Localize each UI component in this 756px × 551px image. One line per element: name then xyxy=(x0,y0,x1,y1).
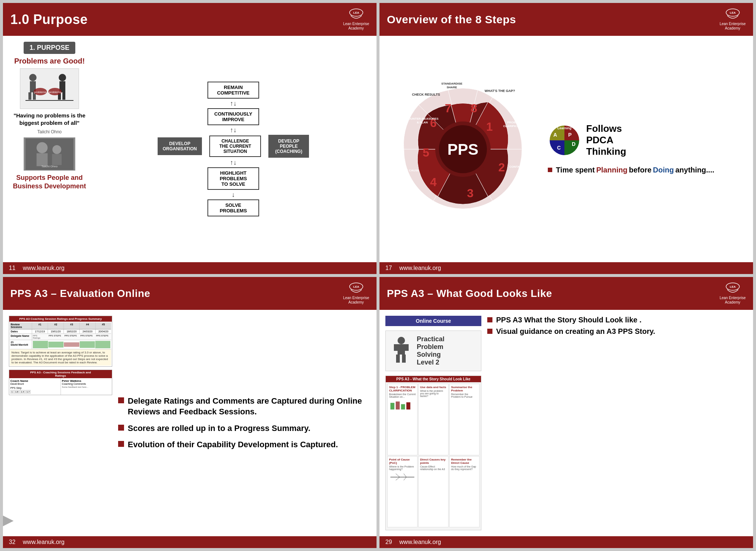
a3-cell-4: Point of Cause (PoC) Where is the Proble… xyxy=(387,456,417,528)
svg-text:& BREAKDOWN: & BREAKDOWN xyxy=(474,215,496,218)
svg-text:C: C xyxy=(557,145,561,151)
pps-circle-svg: 1 2 3 4 5 6 7 8 PPS WHAT'S THE GAP? PROB… xyxy=(389,75,537,223)
slide-3-footer: 32 www.leanuk.org xyxy=(3,536,377,548)
flow-develop-people: DEVELOPPEOPLE(COACHING) xyxy=(268,135,309,158)
problems-good: Problems are Good! xyxy=(14,57,85,65)
supports-text: Supports People and Business Development xyxy=(13,174,86,191)
ratings-table-body: Review Sessions #1 #2 #3 #4 #5 Dates 17/… xyxy=(9,322,112,366)
svg-text:Taiichi Ohno: Taiichi Ohno xyxy=(41,165,58,168)
footer-url-4: www.leanuk.org xyxy=(399,539,441,545)
svg-line-67 xyxy=(396,473,400,477)
slide-2-title: Overview of the 8 Steps xyxy=(387,13,516,26)
footer-url-1: www.leanuk.org xyxy=(23,265,65,271)
purpose-left: 1. PURPOSE Problems are Good! problems xyxy=(9,42,90,256)
step-num-4: 1.7 xyxy=(25,390,31,394)
logo-text-1: Lean EnterpriseAcademy xyxy=(343,22,369,31)
feedback-body: Coach Name David Brunt PPS Step 1 1.8 1.… xyxy=(9,378,112,395)
course-name-box: Practical Problem Solving Level 2 xyxy=(417,335,444,366)
ratings-table-header: PPS A3 Coaching Session Ratings and Prog… xyxy=(9,316,112,322)
svg-line-69 xyxy=(404,473,406,477)
logo-icon-4: LEA xyxy=(724,282,742,295)
svg-point-8 xyxy=(59,74,66,81)
good-bullets: PPS A3 What the Story Should Look like .… xyxy=(487,316,747,336)
date-5: 20/04/20 xyxy=(96,329,111,333)
notes-text: Notes: Target is to achieve at least an … xyxy=(10,349,111,366)
slide-2-content: 1 2 3 4 5 6 7 8 PPS WHAT'S THE GAP? PROB… xyxy=(379,36,753,262)
svg-text:PPS: PPS xyxy=(447,141,478,158)
pps-rating-label: PPSRatings xyxy=(32,334,48,340)
footer-num-4: 29 xyxy=(385,539,392,545)
svg-text:CONTAINMENT: CONTAINMENT xyxy=(509,165,531,168)
svg-text:A: A xyxy=(553,132,557,138)
slide-1-footer: 11 www.leanuk.org xyxy=(3,262,377,274)
logo-icon-1: LEA xyxy=(347,8,365,21)
footer-url-3: www.leanuk.org xyxy=(23,539,65,545)
planning-text: Planning xyxy=(596,165,627,175)
david-ratings xyxy=(32,340,111,349)
pps-steps-4: PPS STEPS xyxy=(95,334,111,340)
a3-grid: Step 1 - PROBLEM CLARIFICATION Breakdown… xyxy=(386,382,481,529)
step-num-3: 1.4 xyxy=(20,390,25,394)
flow-remain: REMAINCOMPETITIVE xyxy=(207,82,259,99)
svg-text:& PLAN: & PLAN xyxy=(417,121,428,124)
feedback-table: PPS A3 - Coaching Sessions Feedback andR… xyxy=(9,370,112,395)
coaching-comments-label: Coaching Comments xyxy=(62,383,111,385)
bullet-text-1: Delegate Ratings and Comments are Captur… xyxy=(128,396,371,417)
steps-layout: 1 2 3 4 5 6 7 8 PPS WHAT'S THE GAP? PROB… xyxy=(385,42,747,256)
good-left: Online Course Practical Problem Solving … xyxy=(385,316,481,530)
step-num-2: 1.8 xyxy=(14,390,19,394)
quote-author: Taiichi Ohno xyxy=(37,129,62,134)
slide-4-title: PPS A3 – What Good Looks Like xyxy=(387,288,552,300)
a3-cell-2-content: What is the problem you are going to tac… xyxy=(420,390,447,397)
delegate-label: Delegate Name xyxy=(10,334,32,340)
bullet-1: Delegate Ratings and Comments are Captur… xyxy=(118,396,371,417)
coach-name-label-2: Peter Watkins xyxy=(62,379,111,383)
logo-icon-2: LEA xyxy=(724,8,742,21)
bullet-icon-2 xyxy=(118,425,124,431)
footer-url-2: www.leanuk.org xyxy=(399,265,441,271)
a3-cell-1-content: Breakdown the Current Situation on... xyxy=(389,393,416,398)
a3-cell-5-header: Direct Causes key points xyxy=(420,458,447,465)
logo-2: LEA Lean EnterpriseAcademy xyxy=(719,8,746,31)
pdca-svg: P D C A Learning xyxy=(548,124,581,157)
ratings-table: PPS A3 Coaching Session Ratings and Prog… xyxy=(9,316,112,367)
a3-cell-1: Step 1 - PROBLEM CLARIFICATION Breakdown… xyxy=(387,384,417,455)
nav-arrow[interactable]: ▶ xyxy=(3,509,14,530)
rating-bar-2 xyxy=(48,342,63,348)
flow-challenge: CHALLENGETHE CURRENTSITUATION xyxy=(209,136,261,157)
steps-right: P D C A Learning Follows PDCA Thinking T… xyxy=(548,123,747,175)
flow-develop-org: DEVELOPORGANISATION xyxy=(158,137,202,155)
logo-text-4: Lean EnterpriseAcademy xyxy=(719,296,746,305)
svg-text:LEA: LEA xyxy=(353,11,359,14)
purpose-flowchart: REMAINCOMPETITIVE ↑↓ CONTINUOUSLYIMPROVE… xyxy=(96,42,371,256)
svg-text:CLARIFICATION: CLARIFICATION xyxy=(503,124,526,128)
slide-2-footer: 17 www.leanuk.org xyxy=(379,262,753,274)
fishbone-svg xyxy=(389,470,416,483)
people-illustration: problems problems xyxy=(20,68,79,109)
flow-improve: CONTINUOUSLYIMPROVE xyxy=(207,108,259,125)
feedback-col-1: Coach Name David Brunt PPS Step 1 1.8 1.… xyxy=(9,378,61,395)
feedback-header: PPS A3 - Coaching Sessions Feedback andR… xyxy=(9,370,112,378)
good-bullet-text-2: Visual guidance on creating an A3 PPS St… xyxy=(496,327,655,336)
svg-text:problems: problems xyxy=(49,90,61,94)
a3-cell-3-content: Remember the Problem to Pursue xyxy=(451,393,478,398)
date-1: 17/12/19 xyxy=(32,329,48,333)
rating-bar-3 xyxy=(64,342,79,347)
date-2: 19/01/20 xyxy=(48,329,64,333)
a3-cell-2-header: Use data and facts xyxy=(420,386,447,389)
slide-2-header: Overview of the 8 Steps LEA Lean Enterpr… xyxy=(379,3,753,36)
svg-line-68 xyxy=(396,477,400,480)
slide-3-content: PPS A3 Coaching Session Ratings and Prog… xyxy=(3,310,377,536)
course-figure-svg xyxy=(390,336,412,366)
svg-text:STANDARDISE: STANDARDISE xyxy=(441,82,463,85)
footer-num-1: 11 xyxy=(9,265,16,271)
svg-rect-62 xyxy=(391,403,395,410)
slide-4-content: Online Course Practical Problem Solving … xyxy=(379,310,753,536)
svg-text:WHAT'S THE GAP?: WHAT'S THE GAP? xyxy=(485,89,515,93)
col-review: Review Sessions xyxy=(10,322,32,329)
svg-point-2 xyxy=(29,74,37,81)
a3-cell-1-header: Step 1 - PROBLEM CLARIFICATION xyxy=(389,386,416,392)
logo-icon-3: LEA xyxy=(347,282,365,295)
svg-point-16 xyxy=(37,142,48,153)
svg-text:5: 5 xyxy=(423,146,429,159)
